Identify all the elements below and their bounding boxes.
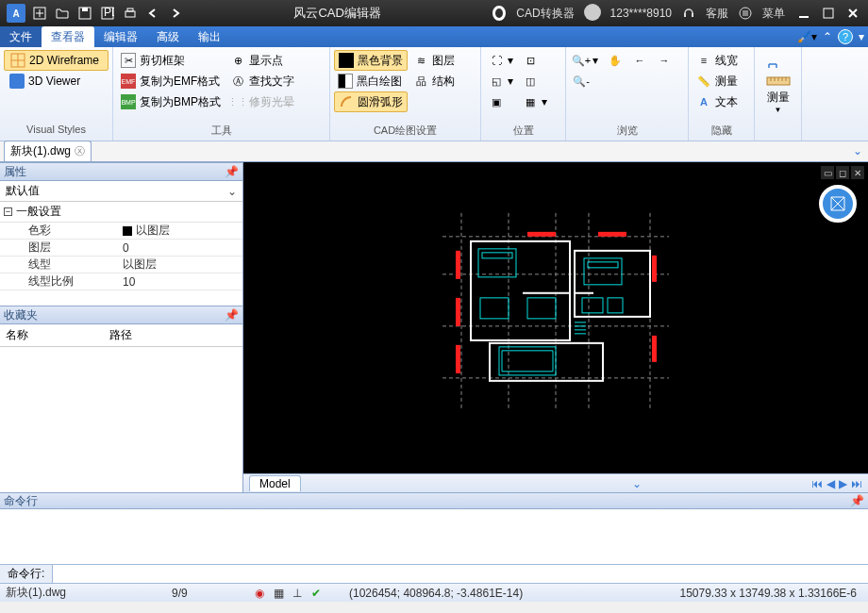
canvas-max-icon[interactable]: ◻ [836, 166, 849, 179]
text-toggle-button[interactable]: A文本 [693, 91, 742, 112]
command-input[interactable] [53, 565, 868, 583]
properties-section-general[interactable]: −一般设置 [0, 202, 242, 223]
help-icon[interactable]: ? [838, 29, 853, 44]
favorites-col-path[interactable]: 路径 [104, 324, 208, 346]
properties-default-dropdown[interactable]: 默认值 ⌄ [0, 181, 242, 202]
canvas-close-icon[interactable]: ✕ [851, 166, 864, 179]
check-icon[interactable]: ✔ [309, 587, 323, 600]
pos-btn-5[interactable]: ◫ [519, 71, 551, 91]
copy-bmp-button[interactable]: BMP复制为BMP格式 [117, 91, 225, 112]
menu-file[interactable]: 文件 [0, 26, 42, 47]
avatar-icon[interactable] [580, 4, 605, 24]
properties-table[interactable]: −一般设置 色彩以图层 图层0 线型以图层 线型比例10 [0, 202, 242, 306]
headset-icon[interactable] [678, 3, 699, 24]
snap-icon[interactable]: ◉ [253, 587, 266, 600]
menu-editor[interactable]: 编辑器 [94, 26, 147, 47]
close-tab-icon[interactable]: ⓧ [75, 144, 85, 158]
converter-label[interactable]: CAD转换器 [516, 6, 574, 22]
pan-button[interactable]: ✋ [604, 50, 626, 71]
canvas-tools: ▭ ◻ ✕ [821, 166, 864, 179]
clip-frame-button[interactable]: ✂剪切框架 [117, 50, 225, 71]
pos-btn-6[interactable]: ▦▾ [519, 91, 551, 112]
structure-button[interactable]: 品结构 [409, 71, 459, 91]
saveas-pdf-icon[interactable]: PDF [97, 3, 118, 24]
measure-big-button[interactable]: 测量▼ [759, 50, 797, 124]
pin-icon[interactable]: 📌 [225, 308, 239, 322]
position-group-label: 位置 [485, 124, 561, 139]
nav-back-button[interactable]: ← [628, 50, 651, 71]
linewidth-icon: ≡ [696, 53, 711, 68]
measure-big-icon [765, 60, 792, 90]
pos-btn-1[interactable]: ⛶▾ [485, 50, 517, 71]
help-dd-icon[interactable]: ▾ [859, 30, 864, 43]
print-icon[interactable] [120, 3, 141, 24]
linewidth-button[interactable]: ≡线宽 [693, 50, 742, 71]
canvas-min-icon[interactable]: ▭ [821, 166, 834, 179]
pin-icon[interactable]: 📌 [850, 494, 864, 507]
viewer-3d-button[interactable]: 3D Viewer [4, 71, 108, 91]
wireframe-2d-button[interactable]: 2D Wireframe [4, 50, 108, 71]
save-icon[interactable] [75, 3, 95, 24]
menu-label[interactable]: 菜单 [762, 6, 785, 22]
black-bg-button[interactable]: 黑色背景 [334, 50, 408, 71]
nav-first-icon[interactable]: ⏮ [811, 477, 823, 490]
model-tab-dropdown-icon[interactable]: ⌄ [632, 477, 642, 490]
nav-fwd-button[interactable]: → [653, 50, 676, 71]
minimize-button[interactable] [793, 3, 815, 24]
ortho-icon[interactable]: ⊥ [291, 587, 304, 600]
nav-compass-icon[interactable] [819, 185, 857, 223]
zoomin-icon: 🔍+ [574, 53, 589, 68]
layers-button[interactable]: ≋图层 [409, 50, 459, 71]
bw-icon [338, 74, 353, 89]
filetab-dropdown-icon[interactable]: ⌄ [853, 144, 862, 157]
ribbon-collapse-icon[interactable]: ⌃ [823, 30, 832, 43]
measure-toggle-button[interactable]: 📏测量 [693, 71, 742, 91]
find-text-button[interactable]: Ⓐ查找文字 [226, 71, 298, 91]
svg-rect-24 [482, 253, 512, 258]
hamburger-icon[interactable] [735, 3, 756, 24]
show-point-button[interactable]: ⊕显示点 [226, 50, 298, 71]
bw-draw-button[interactable]: 黑白绘图 [334, 71, 408, 91]
close-button[interactable] [842, 3, 864, 24]
menu-advanced[interactable]: 高级 [147, 26, 189, 47]
pos-btn-3[interactable]: ▣ [485, 91, 517, 112]
menu-output[interactable]: 输出 [189, 26, 230, 47]
nav-prev-icon[interactable]: ◀ [826, 477, 835, 490]
undo-icon[interactable] [142, 3, 163, 24]
pos-btn-4[interactable]: ⊡ [519, 50, 551, 71]
property-row: 色彩以图层 [0, 223, 242, 240]
cad-settings-group-label: CAD绘图设置 [334, 124, 476, 139]
zoom-in-button[interactable]: 🔍+▾ [570, 50, 602, 71]
grid-icon[interactable]: ▦ [272, 587, 285, 600]
pos-btn-2[interactable]: ◱▾ [485, 71, 517, 91]
copy-emf-button[interactable]: EMF复制为EMF格式 [117, 71, 225, 91]
model-tab[interactable]: Model [249, 475, 301, 491]
layers-icon: ≋ [413, 53, 428, 68]
collapse-icon[interactable]: − [4, 207, 12, 216]
arrow-right-icon: → [657, 53, 672, 68]
file-tab[interactable]: 新块(1).dwg ⓧ [4, 141, 92, 161]
style-picker-icon[interactable]: 🖌️▾ [797, 30, 817, 43]
property-row: 图层0 [0, 240, 242, 257]
model-tabs: Model ⌄ ⏮ ◀ ▶ ⏭ [243, 473, 868, 492]
svg-rect-14 [456, 298, 460, 326]
redo-icon[interactable] [165, 3, 186, 24]
drawing-canvas[interactable]: ▭ ◻ ✕ [243, 162, 868, 473]
menu-viewer[interactable]: 查看器 [42, 26, 94, 47]
nav-last-icon[interactable]: ⏭ [851, 477, 862, 490]
converter-icon[interactable] [489, 3, 509, 24]
pin-icon[interactable]: 📌 [225, 165, 239, 178]
zoom-all-icon: ▦ [523, 94, 538, 109]
new-icon[interactable] [29, 3, 50, 24]
nav-next-icon[interactable]: ▶ [839, 477, 847, 490]
svg-rect-5 [125, 11, 135, 17]
favorites-col-name[interactable]: 名称 [0, 324, 104, 346]
open-icon[interactable] [52, 3, 73, 24]
maximize-button[interactable] [817, 3, 840, 24]
support-label[interactable]: 客服 [706, 6, 728, 22]
zoom-region-icon: ◫ [523, 74, 538, 89]
blackbg-icon [339, 53, 354, 68]
smooth-arc-button[interactable]: 圆滑弧形 [334, 91, 408, 112]
zoom-out-button[interactable]: 🔍- [570, 71, 602, 91]
command-output[interactable] [0, 509, 868, 564]
